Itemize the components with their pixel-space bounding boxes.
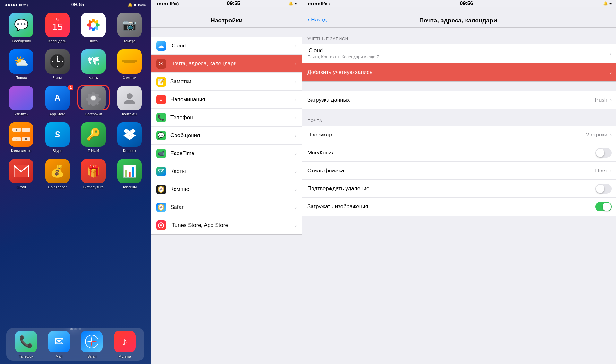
settings-row-reminders[interactable]: ≡ Напоминания › xyxy=(151,91,302,109)
maps-label: Карты xyxy=(89,76,98,79)
mail-settings-panel: ●●●●● life:) 09:56 🔔■ ‹ Назад Почта, адр… xyxy=(302,0,616,364)
app-contacts[interactable]: Контакты xyxy=(115,86,145,116)
dropbox-label: Dropbox xyxy=(123,149,136,153)
appstore-badge: 1 xyxy=(68,85,73,90)
calculator-label: Калькулятор xyxy=(11,149,31,153)
app-dropbox[interactable]: Dropbox xyxy=(115,122,145,153)
settings-row-itunes[interactable]: iTunes Store, App Store › xyxy=(151,216,302,234)
app-grid: 💬 Сообщения Вт 15 Календарь xyxy=(0,10,151,192)
app-messages[interactable]: 💬 Сообщения xyxy=(6,13,36,43)
mail-section-header: ПОЧТА xyxy=(302,109,616,126)
sheets-label: Таблицы xyxy=(122,185,137,189)
settings-row-icloud[interactable]: ☁ iCloud › xyxy=(151,37,302,55)
mail-nav-title: Почта, адреса, календари xyxy=(330,17,586,24)
itunes-row-icon xyxy=(156,220,166,230)
dock-safari[interactable]: Safari xyxy=(81,331,103,358)
app-gmail[interactable]: Gmail xyxy=(6,159,36,189)
notes-row-icon: 📝 xyxy=(156,77,166,87)
gmail-icon xyxy=(9,159,33,183)
facetime-row-label: FaceTime xyxy=(170,150,295,157)
add-account-chevron: › xyxy=(610,70,612,75)
settings-row-facetime[interactable]: 📹 FaceTime › xyxy=(151,145,302,162)
phone-row-label: Телефон xyxy=(170,114,295,121)
app-calendar[interactable]: Вт 15 Календарь xyxy=(43,13,73,43)
dropbox-icon xyxy=(117,122,142,147)
preview-row[interactable]: Просмотр 2 строки › xyxy=(302,126,616,144)
app-clock[interactable]: Часы xyxy=(43,49,73,79)
accounts-section: iCloud Почта, Контакты, Календари и еще … xyxy=(302,44,616,82)
accounts-section-header: УЧЕТНЫЕ ЗАПИСИ xyxy=(302,28,616,44)
settings-row-safari[interactable]: 🧭 Safari › xyxy=(151,198,302,216)
settings-row-mail[interactable]: ✉ Почта, адреса, календари › xyxy=(151,55,302,73)
load-images-toggle[interactable] xyxy=(595,202,612,211)
mail-content: УЧЕТНЫЕ ЗАПИСИ iCloud Почта, Контакты, К… xyxy=(302,28,616,364)
icloud-account-name: iCloud xyxy=(307,47,610,54)
settings-row-notes[interactable]: 📝 Заметки › xyxy=(151,73,302,91)
app-photos[interactable]: Фото xyxy=(79,13,108,43)
icloud-row-label: iCloud xyxy=(170,43,295,49)
reminders-row-icon: ≡ xyxy=(156,95,166,104)
settings-status-bar: ●●●●● life:) 09:55 🔔■ xyxy=(151,0,302,7)
notes-chevron: › xyxy=(295,79,297,84)
icloud-chevron: › xyxy=(295,43,297,48)
app-settings[interactable]: Настройки xyxy=(79,86,108,116)
preview-label: Просмотр xyxy=(307,132,586,138)
app-camera[interactable]: 📷 Камера xyxy=(115,13,145,43)
confirm-delete-row[interactable]: Подтверждать удаление xyxy=(302,180,616,198)
messages-icon: 💬 xyxy=(9,13,33,37)
settings-row-maps[interactable]: 🗺 Карты › xyxy=(151,162,302,180)
app-birthdays[interactable]: 🎁 BirthdaysPro xyxy=(79,159,108,189)
safari-chevron: › xyxy=(295,205,297,210)
app-appstore[interactable]: A 1 App Store xyxy=(43,86,73,116)
maps-chevron: › xyxy=(295,169,297,174)
settings-row-messages[interactable]: 💬 Сообщения › xyxy=(151,127,302,145)
back-button[interactable]: ‹ Назад xyxy=(307,16,327,24)
mail-time: 09:56 xyxy=(460,1,473,6)
app-enum[interactable]: 🔑 E-NUM xyxy=(79,122,108,153)
app-sheets[interactable]: 📊 Таблицы xyxy=(115,159,145,189)
app-coinkeeper[interactable]: 💰 CoinKeeper xyxy=(43,159,73,189)
flag-style-row[interactable]: Стиль флажка Цвет › xyxy=(302,162,616,180)
me-copy-toggle[interactable] xyxy=(595,148,612,158)
me-copy-toggle-thumb xyxy=(596,149,604,157)
load-images-label: Загружать изображения xyxy=(307,203,595,210)
app-skype[interactable]: S Skype xyxy=(43,122,73,153)
svg-point-20 xyxy=(127,93,133,99)
mail-status-bar: ●●●●● life:) 09:56 🔔■ xyxy=(302,0,616,7)
settings-row-compass[interactable]: 🧭 Компас › xyxy=(151,180,302,198)
app-utilities[interactable]: Утилиты xyxy=(6,86,36,116)
dock-mail[interactable]: ✉ Mail xyxy=(48,331,70,358)
calendar-date: 15 xyxy=(52,21,63,32)
icloud-account-row[interactable]: iCloud Почта, Контакты, Календари и еще … xyxy=(302,44,616,63)
dock-music-label: Музыка xyxy=(118,354,131,358)
sheets-icon: 📊 xyxy=(117,159,142,183)
confirm-delete-toggle[interactable] xyxy=(595,184,612,194)
phone-chevron: › xyxy=(295,115,297,120)
settings-section: ☁ iCloud › ✉ Почта, адреса, календари › … xyxy=(151,37,302,235)
fetch-data-row[interactable]: Загрузка данных Push › xyxy=(302,91,616,109)
camera-label: Камера xyxy=(124,39,136,43)
settings-row-phone[interactable]: 📞 Телефон › xyxy=(151,109,302,127)
skype-icon: S xyxy=(45,122,70,147)
dock-mail-icon: ✉ xyxy=(48,331,70,352)
dock-music[interactable]: ♪ Музыка xyxy=(114,331,136,358)
app-notes[interactable]: Заметки xyxy=(115,49,145,79)
me-copy-row[interactable]: Мне/Копия xyxy=(302,144,616,162)
dock-safari-icon xyxy=(81,331,103,352)
app-weather[interactable]: ⛅ Погода xyxy=(6,49,36,79)
home-time: 09:55 xyxy=(71,2,84,8)
dock-music-icon: ♪ xyxy=(114,331,136,352)
app-calculator[interactable]: + − × = Калькулятор xyxy=(6,122,36,153)
settings-title: Настройки xyxy=(156,17,297,24)
skype-label: Skype xyxy=(52,149,62,153)
preview-chevron: › xyxy=(610,132,612,137)
notes-icon xyxy=(117,49,142,74)
dock-phone[interactable]: 📞 Телефон xyxy=(15,331,37,358)
add-account-label: Добавить учетную запись xyxy=(307,69,610,76)
load-images-row[interactable]: Загружать изображения xyxy=(302,198,616,216)
app-maps[interactable]: 🗺 Карты xyxy=(79,49,108,79)
notes-label: Заметки xyxy=(123,76,136,79)
phone-row-icon: 📞 xyxy=(156,113,166,122)
add-account-row[interactable]: Добавить учетную запись › xyxy=(302,63,616,81)
load-images-toggle-thumb xyxy=(603,203,611,211)
